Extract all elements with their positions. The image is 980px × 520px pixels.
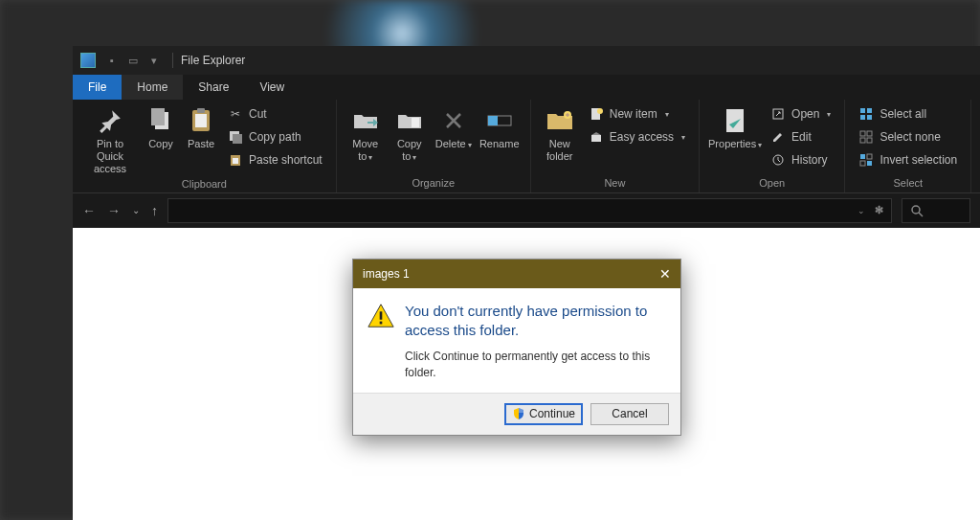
open-button[interactable]: Open▾ xyxy=(765,103,836,124)
ribbon-tabs: File Home Share View xyxy=(73,75,980,100)
pin-label: Pin to Quick access xyxy=(82,138,138,176)
paste-icon xyxy=(186,105,216,136)
svg-rect-1 xyxy=(151,108,165,125)
svg-rect-9 xyxy=(412,118,419,127)
move-to-icon xyxy=(350,105,381,136)
select-none-icon xyxy=(858,129,874,145)
open-label: Open xyxy=(791,107,819,121)
svg-rect-8 xyxy=(233,158,238,164)
group-clipboard-label: Clipboard xyxy=(80,178,328,193)
select-none-button[interactable]: Select none xyxy=(853,126,963,147)
svg-rect-33 xyxy=(380,322,383,325)
group-open: Properties▾ Open▾ Edit History Open xyxy=(700,100,845,192)
cancel-button[interactable]: Cancel xyxy=(590,403,669,425)
new-folder-label: New folder xyxy=(541,138,579,163)
address-bar[interactable]: ⌄ ✻ xyxy=(167,198,892,223)
address-dropdown-icon[interactable]: ⌄ xyxy=(858,206,865,215)
delete-button[interactable]: Delete▾ xyxy=(433,103,475,152)
svg-rect-32 xyxy=(380,311,383,319)
qat-properties-icon[interactable]: ▪ xyxy=(103,52,121,69)
svg-rect-21 xyxy=(860,115,865,120)
copy-button[interactable]: Copy xyxy=(142,103,180,152)
invert-icon xyxy=(858,152,874,168)
properties-button[interactable]: Properties▾ xyxy=(707,103,763,152)
edit-label: Edit xyxy=(791,130,812,144)
svg-point-31 xyxy=(912,206,920,214)
new-folder-button[interactable]: New folder xyxy=(539,103,581,165)
dialog-titlebar: images 1 ✕ xyxy=(353,260,680,288)
paste-shortcut-icon xyxy=(228,152,243,168)
svg-rect-4 xyxy=(197,108,205,113)
rename-label: Rename xyxy=(479,138,520,150)
properties-label: Properties▾ xyxy=(708,138,762,150)
easy-access-button[interactable]: Easy access▾ xyxy=(583,126,691,147)
tab-file[interactable]: File xyxy=(73,75,122,100)
ribbon: Pin to Quick access Copy Paste ✂Cut Copy… xyxy=(73,100,980,193)
delete-label: Delete▾ xyxy=(435,138,472,150)
svg-rect-22 xyxy=(867,115,872,120)
history-label: History xyxy=(791,153,827,167)
group-select: Select all Select none Invert selection … xyxy=(845,100,971,192)
open-icon xyxy=(770,106,786,122)
easy-access-label: Easy access xyxy=(610,130,674,144)
refresh-icon[interactable]: ✻ xyxy=(875,204,883,216)
tab-view[interactable]: View xyxy=(244,75,300,100)
group-select-label: Select xyxy=(853,177,963,192)
cut-icon: ✂ xyxy=(228,106,243,122)
properties-icon xyxy=(720,105,750,136)
paste-shortcut-button[interactable]: Paste shortcut xyxy=(222,149,328,170)
dialog-close-button[interactable]: ✕ xyxy=(659,266,671,282)
recent-dropdown[interactable]: ⌄ xyxy=(132,205,140,215)
qat-newfolder-icon[interactable]: ▭ xyxy=(124,52,142,69)
rename-icon xyxy=(484,105,515,136)
up-button[interactable]: ↑ xyxy=(151,203,158,218)
continue-button[interactable]: Continue xyxy=(504,403,583,425)
easy-access-icon xyxy=(589,129,604,145)
select-all-button[interactable]: Select all xyxy=(853,103,963,124)
history-icon xyxy=(770,152,786,168)
svg-rect-3 xyxy=(195,114,207,127)
cut-label: Cut xyxy=(249,107,267,121)
dialog-main-text: You don't currently have permission to a… xyxy=(405,302,667,339)
forward-button[interactable]: → xyxy=(107,203,121,218)
rename-button[interactable]: Rename xyxy=(477,103,523,152)
dialog-sub-text: Click Continue to permanently get access… xyxy=(405,349,667,381)
cancel-label: Cancel xyxy=(612,407,647,420)
copy-to-button[interactable]: Copy to▾ xyxy=(389,103,431,165)
history-button[interactable]: History xyxy=(765,149,836,170)
copy-to-icon xyxy=(394,105,425,136)
paste-label: Paste xyxy=(188,138,214,150)
svg-point-14 xyxy=(597,108,603,114)
svg-rect-27 xyxy=(860,154,865,159)
tab-home[interactable]: Home xyxy=(122,75,183,100)
edit-icon xyxy=(770,129,786,145)
group-open-label: Open xyxy=(707,177,836,192)
titlebar: ▪ ▭ ▾ File Explorer xyxy=(73,46,980,75)
group-organize-label: Organize xyxy=(345,177,523,192)
copy-path-label: Copy path xyxy=(249,130,301,144)
uac-shield-icon xyxy=(512,407,525,420)
new-item-label: New item xyxy=(610,107,657,121)
delete-icon xyxy=(438,105,469,136)
search-box[interactable] xyxy=(902,198,970,223)
paste-button[interactable]: Paste xyxy=(182,103,220,152)
svg-rect-26 xyxy=(867,138,872,143)
group-new: New folder New item▾ Easy access▾ New xyxy=(531,100,700,192)
cut-button[interactable]: ✂Cut xyxy=(222,103,328,124)
svg-rect-24 xyxy=(867,131,872,136)
dialog-title: images 1 xyxy=(363,267,410,281)
edit-button[interactable]: Edit xyxy=(765,126,836,147)
qat-dropdown-icon[interactable]: ▾ xyxy=(145,52,163,69)
svg-rect-29 xyxy=(860,161,865,166)
new-folder-icon xyxy=(545,105,575,136)
tab-share[interactable]: Share xyxy=(183,75,244,100)
invert-selection-button[interactable]: Invert selection xyxy=(853,149,963,170)
svg-rect-16 xyxy=(726,109,744,132)
svg-rect-30 xyxy=(867,161,872,166)
back-button[interactable]: ← xyxy=(82,203,96,218)
new-item-button[interactable]: New item▾ xyxy=(583,103,691,124)
copy-path-button[interactable]: Copy path xyxy=(222,126,328,147)
pin-to-quick-access-button[interactable]: Pin to Quick access xyxy=(80,103,140,178)
move-to-button[interactable]: Move to▾ xyxy=(345,103,387,165)
paste-shortcut-label: Paste shortcut xyxy=(249,153,323,167)
